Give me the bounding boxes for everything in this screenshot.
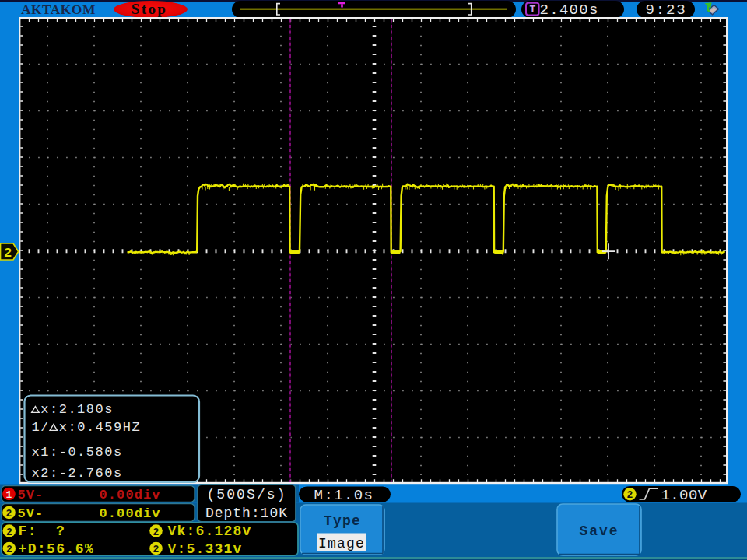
svg-text:x2:-2.760s: x2:-2.760s xyxy=(32,466,123,481)
svg-text:0.00div: 0.00div xyxy=(100,506,161,521)
svg-text:2.400s: 2.400s xyxy=(540,2,599,19)
svg-text:Stop: Stop xyxy=(132,1,168,17)
svg-text:9:23: 9:23 xyxy=(646,2,687,19)
svg-text:2: 2 xyxy=(4,246,12,261)
svg-text:AKTAKOM: AKTAKOM xyxy=(21,2,96,17)
svg-text:F:: F: xyxy=(19,523,37,539)
svg-text:Save: Save xyxy=(579,523,619,539)
svg-text:1.00V: 1.00V xyxy=(661,487,707,504)
svg-text:Vk:6.128v: Vk:6.128v xyxy=(168,523,252,539)
svg-text:2: 2 xyxy=(6,527,12,538)
svg-text:5V-: 5V- xyxy=(18,506,44,521)
svg-text:V:5.331v: V:5.331v xyxy=(168,541,243,557)
svg-text:Type: Type xyxy=(324,513,361,529)
svg-text:x:0.459HZ: x:0.459HZ xyxy=(59,420,141,435)
svg-text:0.00div: 0.00div xyxy=(100,488,161,502)
svg-text:x1:-0.580s: x1:-0.580s xyxy=(32,445,123,460)
svg-text:M:1.0s: M:1.0s xyxy=(314,487,374,504)
svg-text:2: 2 xyxy=(153,544,160,555)
svg-text:2: 2 xyxy=(6,508,12,520)
svg-text:+D:56.6%: +D:56.6% xyxy=(19,541,95,557)
svg-text:Image: Image xyxy=(318,536,365,551)
svg-text:5V-: 5V- xyxy=(18,488,44,502)
svg-text:x:2.180s: x:2.180s xyxy=(40,402,114,417)
svg-text:(500S/s): (500S/s) xyxy=(206,487,286,502)
svg-text:2: 2 xyxy=(153,527,160,538)
svg-text:T: T xyxy=(529,4,535,16)
svg-text:2: 2 xyxy=(627,489,633,501)
svg-text:1/: 1/ xyxy=(32,420,50,435)
svg-text:1: 1 xyxy=(6,489,12,501)
svg-text:Depth:10K: Depth:10K xyxy=(205,506,288,521)
svg-text:2: 2 xyxy=(6,544,12,555)
svg-text:?: ? xyxy=(56,523,65,539)
